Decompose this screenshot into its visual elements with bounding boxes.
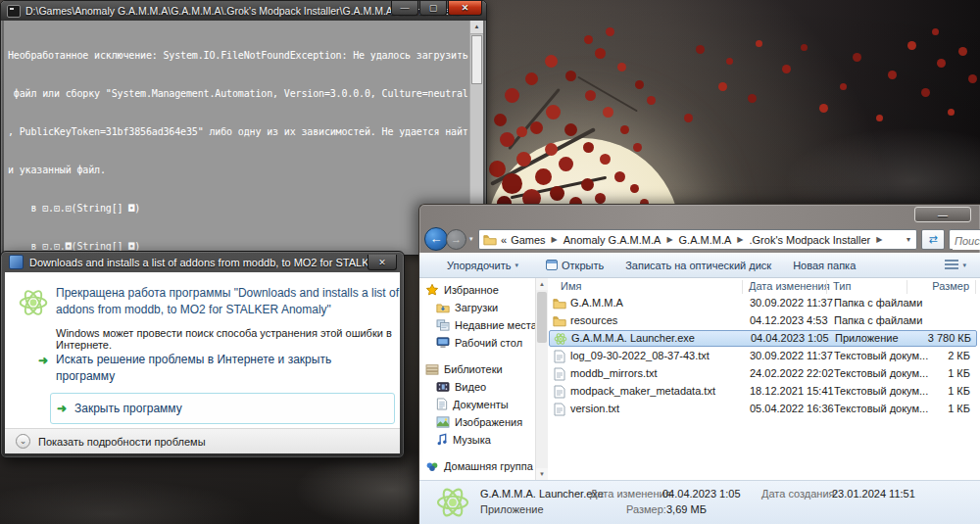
details-size-label: Размер:: [626, 503, 666, 515]
sidebar-item-desktop[interactable]: Рабочий стол: [436, 334, 546, 351]
file-date: 24.02.2022 22:02: [750, 367, 834, 379]
column-separator[interactable]: [906, 280, 907, 294]
dialog-description: Windows может провести поиск способа уст…: [56, 327, 400, 351]
sidebar-item-downloads[interactable]: Загрузки: [436, 299, 546, 315]
organize-button[interactable]: Упорядочить ▾: [447, 260, 518, 271]
search-input[interactable]: [953, 231, 980, 250]
table-row[interactable]: G.A.M.M.A 30.09.2022 11:37 Папка с файла…: [549, 295, 977, 312]
explorer-window: — ← → ▾ « Games ▶ Anomaly G.A.M.M.A ▶ G.…: [418, 204, 980, 524]
scroll-up-icon[interactable]: ▲: [536, 278, 548, 290]
file-date: 30.09.2022 11:37: [750, 297, 833, 309]
sidebar-scrollbar[interactable]: ▲ ▼: [535, 278, 548, 480]
chevron-down-icon[interactable]: ⌄: [16, 434, 30, 449]
refresh-button[interactable]: ⇄: [921, 229, 945, 250]
file-date: 30.09.2022 11:37: [750, 350, 833, 361]
column-header-type[interactable]: Тип: [833, 280, 851, 292]
breadcrumb-item[interactable]: Games: [511, 234, 545, 246]
navigation-bar: ← → ▾ « Games ▶ Anomaly G.A.M.M.A ▶ G.A.…: [419, 226, 980, 253]
file-size: 3 780 КБ: [905, 332, 971, 344]
maximize-button[interactable]: ▢: [419, 1, 447, 16]
details-created-label: Дата создания:: [761, 488, 838, 500]
close-program-link[interactable]: ➜ Закрыть программу: [50, 393, 395, 424]
column-separator[interactable]: [826, 280, 827, 294]
desktop-icon: [436, 337, 450, 349]
file-date: 05.04.2022 16:36: [750, 403, 834, 414]
close-button[interactable]: ✕: [368, 255, 397, 270]
scroll-up-icon[interactable]: ▲: [470, 21, 483, 34]
sidebar-label: Загрузки: [455, 302, 498, 313]
burn-button[interactable]: Записать на оптический диск: [625, 260, 771, 271]
file-size: 1 КБ: [904, 385, 970, 397]
address-dropdown-icon[interactable]: ▾: [906, 235, 912, 244]
atom-app-icon: [18, 287, 49, 318]
breadcrumb-item[interactable]: Anomaly G.A.M.M.A: [564, 234, 662, 246]
dialog-titlebar[interactable]: Downloads and installs a list of addons …: [1, 252, 404, 272]
sidebar-label: Музыка: [453, 434, 491, 446]
file-name: G.A.M.M.A. Launcher.exe: [571, 332, 695, 344]
minimize-button[interactable]: —: [914, 207, 971, 222]
downloads-folder-icon: [436, 302, 450, 313]
sidebar-item-recent[interactable]: Недавние места: [436, 316, 546, 333]
table-row[interactable]: resources 04.12.2023 4:53 Папка с файлам…: [549, 312, 977, 330]
sidebar-item-pictures[interactable]: Изображения: [436, 413, 546, 430]
back-button[interactable]: ←: [424, 227, 448, 251]
sidebar-item-documents[interactable]: Документы: [436, 396, 546, 412]
address-bar[interactable]: « Games ▶ Anomaly G.A.M.M.A ▶ G.A.M.M.A …: [478, 229, 917, 250]
table-row[interactable]: modpack_maker_metadata.txt 18.12.2021 15…: [549, 383, 977, 401]
tree-branch: [508, 88, 561, 150]
sidebar-label: Избранное: [444, 284, 499, 296]
table-row[interactable]: moddb_mirrors.txt 24.02.2022 22:02 Текст…: [549, 365, 977, 383]
console-output: Необработанное исключение: System.IO.Fil…: [4, 21, 483, 255]
scrollbar-thumb[interactable]: [537, 292, 547, 343]
column-header-date[interactable]: Дата изменения: [749, 280, 830, 292]
screen: D:\Games\Anomaly G.A.M.M.A\G.A.M.M.A\.Gr…: [0, 0, 980, 524]
new-folder-button[interactable]: Новая папка: [793, 260, 856, 271]
details-created-value: 23.01.2024 11:51: [832, 488, 915, 500]
text-file-icon: [553, 367, 566, 381]
table-row[interactable]: version.txt 05.04.2022 16:36 Текстовый д…: [549, 401, 977, 418]
breadcrumb-item[interactable]: .Grok's Modpack Installer: [749, 234, 870, 246]
search-box[interactable]: [949, 229, 980, 250]
console-line: и указанный файл.: [8, 164, 467, 176]
breadcrumb-item[interactable]: G.A.M.M.A: [679, 234, 732, 246]
sidebar-item-video[interactable]: Видео: [436, 378, 546, 395]
minimize-button[interactable]: —: [391, 1, 418, 16]
column-header-name[interactable]: Имя: [561, 280, 581, 292]
text-file-icon: [553, 385, 566, 399]
close-program-label: Закрыть программу: [74, 402, 182, 415]
file-name: resources: [570, 314, 617, 326]
sidebar-item-homegroup[interactable]: Домашняя группа: [425, 457, 535, 474]
column-header-size[interactable]: Размер: [912, 280, 969, 292]
sidebar-label: Видео: [455, 381, 486, 393]
open-button[interactable]: Открыть: [546, 260, 604, 271]
console-text: Необработанное исключение: System.IO.Fil…: [8, 24, 467, 255]
file-size: 1 КБ: [904, 403, 970, 414]
table-row[interactable]: log_09-30-2022_08-37-43.txt 30.09.2022 1…: [549, 348, 977, 365]
forward-button[interactable]: →: [446, 229, 466, 250]
organize-label: Упорядочить: [447, 260, 511, 271]
green-arrow-icon: ➜: [57, 402, 67, 415]
sidebar-item-music[interactable]: Музыка: [436, 431, 546, 448]
file-date: 04.12.2023 4:53: [750, 314, 828, 326]
history-dropdown-icon[interactable]: ▾: [469, 235, 473, 243]
close-button[interactable]: ✕: [448, 1, 482, 16]
star-icon: [425, 283, 439, 297]
scroll-down-icon[interactable]: ▼: [536, 468, 548, 480]
dialog-body: Прекращена работа программы "Downloads a…: [5, 272, 400, 453]
show-details-link[interactable]: Показать подробности проблемы: [38, 436, 206, 448]
column-separator[interactable]: [742, 280, 743, 294]
file-name: version.txt: [570, 403, 619, 414]
sidebar-item-libraries[interactable]: Библиотеки: [425, 360, 535, 377]
pictures-icon: [436, 416, 450, 428]
file-name: modpack_maker_metadata.txt: [570, 385, 715, 397]
sidebar-item-favorites[interactable]: Избранное: [425, 281, 535, 298]
scrollbar-thumb[interactable]: [471, 35, 482, 84]
chevron-down-icon: ▾: [514, 262, 518, 269]
column-separator[interactable]: [975, 280, 976, 294]
text-file-icon: [553, 350, 566, 363]
console-app-icon: [7, 5, 21, 18]
search-solution-link[interactable]: ➜ Искать решение проблемы в Интернете и …: [56, 352, 360, 385]
change-view-button[interactable]: ▾: [945, 260, 980, 270]
details-file-name: G.A.M.M.A. Launcher.exe: [480, 488, 604, 500]
table-row-selected[interactable]: G.A.M.M.A. Launcher.exe 04.04.2023 1:05 …: [549, 330, 977, 347]
